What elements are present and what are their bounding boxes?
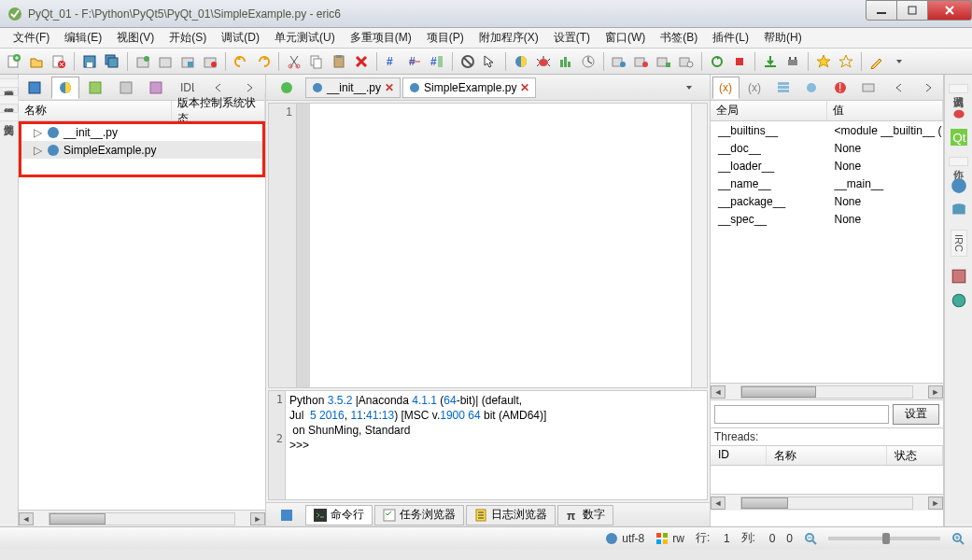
minimize-button[interactable]: [866, 0, 897, 21]
whatsthis-icon[interactable]: [480, 51, 500, 72]
menu-extras[interactable]: 附加程序(X): [472, 28, 546, 48]
exceptions-tab-icon[interactable]: !: [827, 77, 854, 99]
close-tab-icon[interactable]: ✕: [385, 81, 394, 94]
tab-menu-icon[interactable]: [672, 77, 706, 99]
editor-vscrollbar[interactable]: [691, 104, 707, 387]
menu-settings[interactable]: 设置(T): [546, 28, 598, 48]
var-row[interactable]: __builtins__<module __builtin__ (: [711, 121, 943, 139]
tab-resources-icon[interactable]: [112, 77, 141, 99]
tab-nav-icon[interactable]: [270, 77, 303, 99]
threads-col-name[interactable]: 名称: [767, 446, 887, 465]
var-row[interactable]: __name____main__: [711, 175, 943, 192]
menu-bookmarks[interactable]: 书签(B): [653, 28, 705, 48]
proj-run-icon[interactable]: [609, 51, 629, 72]
book-icon[interactable]: [951, 268, 967, 285]
bottom-tab-tasks[interactable]: 任务浏览器: [374, 505, 464, 525]
locals-tab-icon[interactable]: (x): [741, 77, 768, 99]
vars-hscrollbar[interactable]: ◄►: [711, 383, 943, 399]
qt-icon[interactable]: Qt: [951, 129, 967, 146]
edit-area[interactable]: [297, 104, 691, 387]
debugviewer-tab[interactable]: 调试浏览器: [949, 84, 968, 93]
delete-icon[interactable]: [351, 51, 372, 72]
menu-project[interactable]: 项目(P): [419, 28, 472, 48]
threads-col-state[interactable]: 状态: [887, 446, 943, 465]
proj-coverage-icon[interactable]: [654, 51, 674, 72]
new-icon[interactable]: [4, 51, 24, 72]
menu-debug[interactable]: 调试(D): [214, 28, 267, 48]
bottom-tab-shell[interactable]: 命令行: [305, 505, 373, 525]
pencil-icon[interactable]: [866, 51, 887, 72]
save-icon[interactable]: [79, 51, 100, 72]
tab-scroll-left-icon[interactable]: [886, 77, 913, 99]
profile-icon[interactable]: [578, 51, 599, 72]
filebrowser-tab[interactable]: 文件浏览器: [0, 112, 19, 121]
openproj-icon[interactable]: [155, 51, 176, 72]
menu-edit[interactable]: 编辑(E): [57, 28, 109, 48]
tab-scroll-right-icon[interactable]: [914, 77, 941, 99]
shell-console[interactable]: 12 Python 3.5.2 |Anaconda 4.1.1 (64-bit)…: [268, 390, 708, 500]
menu-plugins[interactable]: 插件(L): [705, 28, 756, 48]
uncomment-icon[interactable]: #: [404, 51, 425, 72]
callstack-tab-icon[interactable]: [769, 77, 796, 99]
coverage-icon[interactable]: [556, 51, 576, 72]
console-text[interactable]: Python 3.5.2 |Anaconda 4.1.1 (64-bit)| (…: [286, 391, 707, 499]
bottom-nav-icon[interactable]: [270, 504, 303, 526]
filter-input[interactable]: [714, 405, 889, 424]
menu-unittest[interactable]: 单元测试(U): [267, 28, 343, 48]
blockcomment-icon[interactable]: #: [427, 51, 447, 72]
code-editor[interactable]: 1: [268, 103, 708, 388]
globe-icon[interactable]: [951, 292, 967, 309]
redo-icon[interactable]: [253, 51, 274, 72]
db-icon[interactable]: [951, 202, 967, 218]
tree-col-name[interactable]: 名称: [19, 101, 172, 120]
saveall-icon[interactable]: [102, 51, 122, 72]
dropdown-icon[interactable]: [889, 51, 909, 72]
template-tab[interactable]: 模板浏览器: [0, 95, 19, 105]
bug-icon[interactable]: [951, 105, 967, 121]
close-button[interactable]: [927, 0, 972, 21]
close-tab-icon[interactable]: ✕: [520, 81, 529, 94]
debug-icon[interactable]: [533, 51, 554, 72]
menu-start[interactable]: 开始(S): [162, 28, 214, 48]
newproj-icon[interactable]: [133, 51, 153, 72]
tree-item[interactable]: ▷ SimpleExample.py: [19, 141, 265, 159]
config-icon[interactable]: [782, 51, 803, 72]
comment-icon[interactable]: #: [382, 51, 402, 72]
paste-icon[interactable]: [329, 51, 349, 72]
editor-tab[interactable]: SimpleExample.py ✕: [402, 77, 536, 98]
copy-icon[interactable]: [306, 51, 327, 72]
var-row[interactable]: __doc__None: [711, 139, 943, 157]
download-icon[interactable]: [760, 51, 781, 72]
zoom-out-icon[interactable]: [804, 532, 817, 545]
menu-multiproject[interactable]: 多重项目(M): [343, 28, 419, 48]
expand-icon[interactable]: ▷: [34, 126, 43, 139]
tab-sources-icon[interactable]: [21, 77, 49, 99]
zoom-in-icon[interactable]: [951, 532, 965, 545]
open-icon[interactable]: [26, 51, 47, 72]
threads-col-id[interactable]: ID: [711, 446, 767, 465]
settings-button[interactable]: 设置: [893, 404, 939, 425]
proj-profile-icon[interactable]: [676, 51, 697, 72]
stop2-icon[interactable]: [729, 51, 750, 72]
saveproj-icon[interactable]: [177, 51, 198, 72]
zoom-slider[interactable]: [828, 537, 940, 540]
undo-icon[interactable]: [231, 51, 251, 72]
run-icon[interactable]: [511, 51, 531, 72]
globals-tab-icon[interactable]: (x): [712, 77, 740, 99]
menu-window[interactable]: 窗口(W): [598, 28, 653, 48]
star-icon[interactable]: [813, 51, 834, 72]
multiproject-tab[interactable]: 多重项目浏览器: [0, 78, 19, 88]
close-file-icon[interactable]: [49, 51, 69, 72]
var-row[interactable]: __loader__None: [711, 157, 943, 175]
restart-icon[interactable]: [707, 51, 727, 72]
stop-icon[interactable]: [458, 51, 478, 72]
star2-icon[interactable]: [836, 51, 856, 72]
menu-view[interactable]: 视图(V): [109, 28, 162, 48]
tree-item[interactable]: ▷ __init__.py: [19, 123, 265, 141]
closeproj-icon[interactable]: [200, 51, 220, 72]
watch-tab-icon[interactable]: [855, 77, 882, 99]
coop-tab[interactable]: 协作: [949, 157, 968, 166]
menu-help[interactable]: 帮助(H): [756, 28, 810, 48]
proj-debug-icon[interactable]: [631, 51, 652, 72]
tab-translations-icon[interactable]: [142, 77, 171, 99]
